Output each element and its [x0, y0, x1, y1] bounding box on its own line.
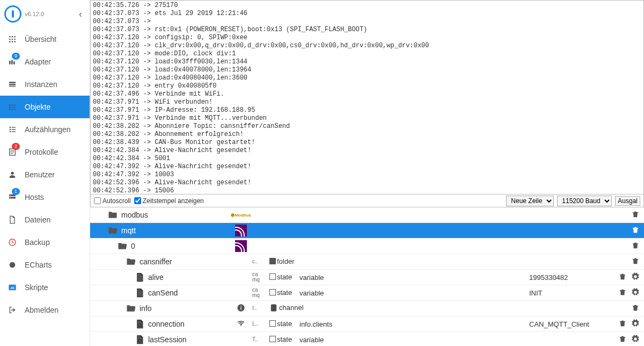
- sidebar-item-enums[interactable]: Aufzählungen: [0, 118, 90, 141]
- tree-row[interactable]: 0: [90, 239, 644, 254]
- sidebar-item-instances[interactable]: Instanzen: [0, 73, 90, 96]
- gear-button[interactable]: [631, 335, 640, 345]
- files-icon: [8, 215, 17, 225]
- sidebar-item-backup[interactable]: Backup: [0, 231, 90, 254]
- logout-icon: [8, 305, 17, 315]
- autoscroll-checkbox[interactable]: Autoscroll: [94, 197, 131, 205]
- nav-label: Backup: [25, 238, 50, 247]
- gear-button[interactable]: [631, 288, 640, 298]
- gear-button[interactable]: [631, 319, 640, 329]
- tree-row[interactable]: connectionL.. stateinfo.clientsCAN_MQTT_…: [90, 316, 644, 332]
- svg-point-32: [10, 197, 11, 198]
- tree-type: info.clients: [299, 320, 391, 328]
- line-ending-select[interactable]: Neue Zeile: [506, 196, 554, 206]
- tree-row[interactable]: lastSessionT.. statevariable: [90, 332, 644, 346]
- overview-icon: [8, 34, 17, 44]
- tree-node-name: canSend: [148, 289, 178, 297]
- sidebar-item-echarts[interactable]: ECharts: [0, 254, 90, 276]
- state-icon: state: [269, 273, 292, 281]
- svg-point-3: [9, 39, 11, 40]
- nav-label: ECharts: [25, 261, 52, 269]
- channel-icon: channel: [269, 304, 304, 312]
- tree-row[interactable]: infoI.. channel: [90, 301, 644, 316]
- backup-icon: [8, 237, 17, 247]
- wifi-icon: [237, 319, 245, 329]
- nav-label: Dateien: [25, 215, 50, 224]
- nav-label: Skripte: [25, 283, 48, 292]
- trash-button[interactable]: [618, 335, 627, 345]
- svg-point-20: [10, 129, 11, 131]
- state-icon: state: [269, 335, 292, 343]
- trash-button[interactable]: [618, 272, 627, 283]
- tree-row[interactable]: mqtt: [90, 223, 644, 239]
- tree-row[interactable]: canSendcamq statevariableINIT: [90, 285, 644, 301]
- sidebar-item-adapter[interactable]: Adapter9: [0, 51, 90, 73]
- baud-select[interactable]: 115200 Baud: [557, 196, 612, 206]
- trash-button[interactable]: [631, 210, 640, 220]
- nav-badge: 2: [12, 143, 20, 150]
- svg-point-18: [10, 127, 11, 128]
- version-label: v6.12.0: [25, 11, 76, 17]
- tree-row[interactable]: cansnifferc.. folder: [90, 254, 644, 270]
- sidebar-item-logs[interactable]: Protokolle2: [0, 141, 90, 163]
- trash-button[interactable]: [618, 288, 627, 298]
- tree-node-name: lastSession: [148, 335, 187, 344]
- tree-row[interactable]: alivecamq statevariable1995330482: [90, 270, 644, 285]
- gear-button[interactable]: [631, 272, 640, 283]
- svg-point-45: [240, 325, 241, 326]
- mqtt-logo: [235, 240, 247, 252]
- svg-rect-9: [9, 82, 16, 83]
- svg-point-28: [11, 172, 13, 175]
- svg-rect-16: [9, 109, 11, 110]
- svg-point-1: [12, 36, 13, 38]
- svg-rect-19: [12, 127, 16, 127]
- nav-badge: 9: [12, 53, 20, 60]
- svg-rect-25: [11, 150, 14, 151]
- tree-type: variable: [299, 336, 391, 344]
- tree-value[interactable]: 1995330482: [529, 273, 612, 282]
- tree-node-name: 0: [131, 242, 135, 250]
- timestamp-checkbox[interactable]: Zeitstempel anzeigen: [134, 197, 204, 205]
- sidebar-item-files[interactable]: Dateien: [0, 208, 90, 231]
- trash-button[interactable]: [631, 304, 640, 314]
- nav-badge: 1: [12, 188, 20, 195]
- output-clear-button[interactable]: Ausgal: [615, 196, 640, 206]
- sidebar-item-logout[interactable]: Abmelden: [0, 299, 90, 321]
- tree-node-name: mqtt: [121, 226, 136, 235]
- tree-value[interactable]: CAN_MQTT_Client: [529, 320, 612, 328]
- collapse-sidebar-button[interactable]: ‹: [76, 8, 85, 21]
- modbus-logo: ⬢Modbus: [231, 213, 251, 218]
- svg-point-39: [240, 305, 241, 306]
- sidebar-item-hosts[interactable]: Hosts1: [0, 186, 90, 208]
- nav-label: Instanzen: [25, 80, 57, 89]
- trash-button[interactable]: [631, 226, 640, 236]
- trash-button[interactable]: [631, 257, 640, 267]
- tree-value[interactable]: INIT: [529, 289, 612, 297]
- svg-point-22: [10, 131, 11, 133]
- nav-label: Hosts: [25, 193, 44, 201]
- serial-monitor-output: 00:42:35.726 -> 275170 00:42:37.073 -> e…: [90, 0, 644, 194]
- svg-rect-23: [12, 131, 16, 132]
- svg-rect-30: [9, 197, 16, 198]
- state-icon: state: [269, 320, 292, 328]
- sidebar-item-overview[interactable]: Übersicht: [0, 28, 90, 51]
- nav-label: Abmelden: [25, 306, 58, 314]
- svg-point-0: [9, 36, 11, 38]
- sidebar-item-users[interactable]: Benutzer: [0, 163, 90, 186]
- state-icon: state: [269, 289, 292, 297]
- sidebar: v6.12.0 ‹ ÜbersichtAdapter9InstanzenObje…: [0, 0, 90, 346]
- svg-rect-11: [9, 86, 16, 86]
- nav-label: Aufzählungen: [25, 125, 71, 134]
- sidebar-item-scripts[interactable]: JSSkripte: [0, 276, 90, 299]
- svg-rect-38: [240, 307, 241, 309]
- sidebar-item-objects[interactable]: Objekte: [0, 96, 90, 118]
- svg-point-5: [14, 39, 16, 40]
- svg-point-6: [9, 41, 11, 42]
- svg-rect-21: [12, 129, 16, 129]
- svg-rect-12: [9, 104, 11, 106]
- trash-button[interactable]: [618, 319, 627, 329]
- tree-row[interactable]: modbus⬢Modbus: [90, 207, 644, 223]
- trash-button[interactable]: [631, 241, 640, 251]
- svg-rect-26: [11, 152, 14, 152]
- svg-point-7: [12, 41, 13, 42]
